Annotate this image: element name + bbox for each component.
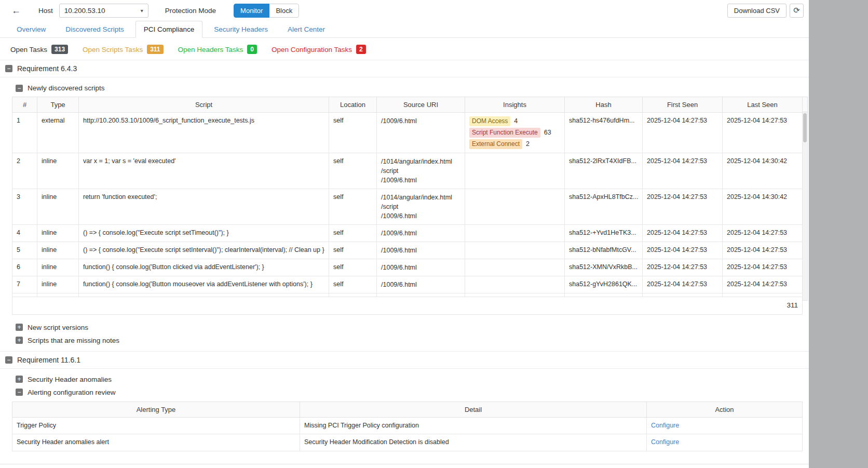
refresh-button[interactable]: ⟳ [790,4,804,18]
cell-insights [465,224,565,242]
collapse-plus-icon[interactable]: + [16,376,23,383]
table-row[interactable]: 1 external http://10.200.53.10/1009/6_sc… [12,113,803,153]
col-location: Location [329,97,377,113]
cell-first-seen: 2025-12-04 14:27:53 [643,259,723,276]
download-csv-button[interactable]: Download CSV [727,4,786,18]
cell-num: 3 [12,189,37,224]
open-headers-tasks[interactable]: Open Headers Tasks 0 [178,45,257,54]
tab-overview[interactable]: Overview [8,21,54,37]
open-tasks-label: Open Tasks [10,46,47,54]
cell-num: 4 [12,224,37,242]
tab-security-headers[interactable]: Security Headers [206,21,276,37]
cell-source-uri: /1009/6.html [377,113,465,153]
cell-num: 6 [12,259,37,276]
collapse-minus-icon[interactable]: − [5,356,12,364]
open-scripts-tasks-count-badge: 311 [147,45,163,54]
cell-action: Configure [647,417,803,434]
open-scripts-tasks[interactable]: Open Scripts Tasks 311 [83,45,163,54]
tab-discovered-scripts[interactable]: Discovered Scripts [57,21,132,37]
cell-type: inline [37,153,79,189]
cell-location: self [329,113,377,153]
cell-last-seen: 2025-12-04 14:27:53 [723,242,803,259]
cell-num: 1 [12,113,37,153]
insight-count: 63 [544,128,551,138]
newly-discovered-scripts-table: # Type Script Location Source URI Insigh… [12,97,808,314]
cell-script: http://10.200.53.10/1009/6_script_functi… [79,113,329,153]
task-summary-row: Open Tasks 313 Open Scripts Tasks 311 Op… [0,38,809,60]
cell-source-uri: /1009/6.html [377,276,465,293]
cell-location: self [329,259,377,276]
insight-badge: Script Function Execute [469,128,540,138]
open-scripts-tasks-label: Open Scripts Tasks [83,46,143,54]
cell-insights [465,242,565,259]
cell-hash: sha512-bNfabfMtcGV... [565,242,643,259]
col-detail: Detail [300,402,647,417]
cell-location: self [329,153,377,189]
tab-pci-compliance[interactable]: PCI Compliance [135,21,203,38]
configure-link[interactable]: Configure [651,422,679,429]
open-tasks-count-badge: 313 [51,45,68,54]
back-arrow-icon[interactable]: ← [7,4,25,17]
table-row[interactable]: 6 inline function() { console.log('Butto… [12,259,803,276]
table-row[interactable]: 5 inline () => { console.log("Execute sc… [12,242,803,259]
table-header-row: Alerting Type Detail Action [12,402,803,417]
open-headers-tasks-count-badge: 0 [247,45,257,54]
cell-first-seen: 2025-12-04 14:27:53 [643,189,723,224]
cell-source-uri: /1009/6.html [377,242,465,259]
block-button[interactable]: Block [269,4,299,18]
scrollbar-header-cap [802,97,808,112]
collapse-plus-icon[interactable]: + [16,337,23,344]
scrollbar-track[interactable] [802,112,808,300]
cell-alerting-type: Trigger Policy [12,417,300,434]
open-configuration-tasks-count-badge: 2 [356,45,366,54]
cell-num: 7 [12,276,37,293]
cell-type: inline [37,276,79,293]
open-configuration-tasks[interactable]: Open Configuration Tasks 2 [272,45,366,54]
open-tasks[interactable]: Open Tasks 313 [10,45,68,54]
table-header-row: # Type Script Location Source URI Insigh… [12,97,803,113]
host-select-value: 10.200.53.10 [64,7,105,15]
table-row[interactable]: 4 inline () => { console.log("Execute sc… [12,224,803,242]
cell-script: function() { console.log('Button mouseov… [79,276,329,293]
subsection-alerting-configuration-review: − Alerting configuration review [0,386,809,399]
collapse-minus-icon[interactable]: − [16,389,23,396]
section-requirement-11-6-1: − Requirement 11.6.1 [0,351,809,369]
tab-bar: Overview Discovered Scripts PCI Complian… [0,21,809,38]
col-insights: Insights [465,97,565,113]
cell-location: self [329,224,377,242]
monitor-button[interactable]: Monitor [234,4,269,18]
scrollbar-thumb[interactable] [803,113,807,142]
table-row: Security Header anomalies alert Security… [12,434,803,451]
host-select[interactable]: 10.200.53.10 ▾ [59,4,148,18]
chevron-down-icon: ▾ [141,8,143,14]
table-row[interactable]: 7 inline function() { console.log('Butto… [12,276,803,293]
cell-location: self [329,189,377,224]
configure-link[interactable]: Configure [651,438,679,446]
collapse-plus-icon[interactable]: + [16,324,23,331]
collapse-minus-icon[interactable]: − [16,85,23,92]
table-row[interactable]: 3 inline return 'function executed'; sel… [12,189,803,224]
cell-insights [465,189,565,224]
subsection-newly-discovered-scripts: − Newly discovered scripts [0,82,809,95]
table-row[interactable]: 2 inline var x = 1; var s = 'eval execut… [12,153,803,189]
cell-last-seen: 2025-12-04 14:30:42 [723,153,803,189]
app-window: ← Host 10.200.53.10 ▾ Protection Mode Mo… [0,0,809,468]
tab-alert-center[interactable]: Alert Center [279,21,333,37]
protection-mode-label: Protection Mode [165,7,216,15]
cell-last-seen: 2025-12-04 14:27:53 [723,276,803,293]
cell-location: self [329,242,377,259]
cell-script: () => { console.log("Execute script setI… [79,242,329,259]
cell-hash: sha512-hs476ufdHm... [565,113,643,153]
cell-first-seen: 2025-12-04 14:27:53 [643,276,723,293]
cell-alerting-type: Security Header anomalies alert [12,434,300,451]
subsection-new-script-versions: + New script versions [0,321,809,334]
table-row-clipped [12,293,803,297]
subsection-title: Scripts that are missing notes [28,337,119,344]
topbar: ← Host 10.200.53.10 ▾ Protection Mode Mo… [0,0,809,21]
collapse-minus-icon[interactable]: − [5,65,12,72]
cell-detail: Security Header Modification Detection i… [300,434,647,451]
cell-location: self [329,276,377,293]
cell-last-seen: 2025-12-04 14:30:42 [723,189,803,224]
col-type: Type [37,97,79,113]
cell-first-seen: 2025-12-04 14:27:53 [643,242,723,259]
